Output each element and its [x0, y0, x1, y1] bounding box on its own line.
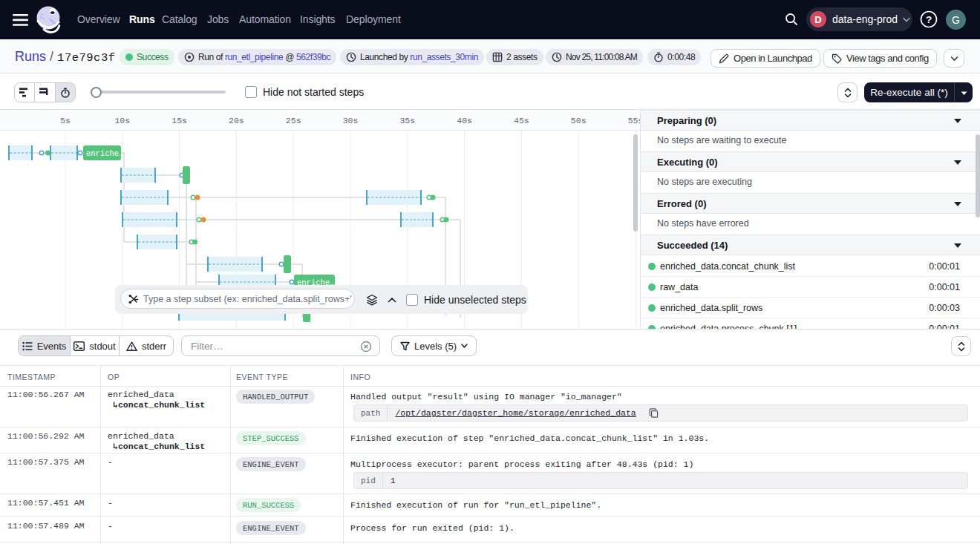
- svg-text:50s: 50s: [571, 116, 587, 125]
- svg-text:5s: 5s: [60, 116, 71, 125]
- svg-text:10s: 10s: [114, 116, 130, 125]
- svg-text:?: ?: [926, 14, 932, 25]
- svg-text:25s: 25s: [286, 116, 301, 125]
- svg-text:45s: 45s: [514, 116, 529, 125]
- svg-text:40s: 40s: [457, 116, 472, 125]
- svg-text:35s: 35s: [399, 116, 415, 125]
- svg-text:55s: 55s: [628, 116, 640, 125]
- svg-text:30s: 30s: [343, 116, 359, 125]
- svg-text:enriche…: enriche…: [86, 149, 123, 158]
- svg-text:20s: 20s: [229, 116, 244, 125]
- svg-text:15s: 15s: [172, 116, 187, 125]
